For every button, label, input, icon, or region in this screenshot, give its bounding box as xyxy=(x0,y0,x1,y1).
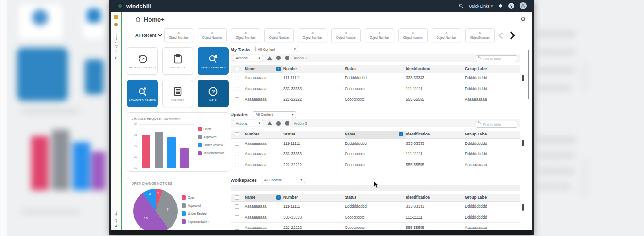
carousel-prev-icon[interactable] xyxy=(498,32,503,39)
column-header-group-label[interactable]: Group Label xyxy=(465,194,520,201)
page-scrollbar-thumb[interactable] xyxy=(528,50,529,99)
object-card[interactable]: ⚙Object Number xyxy=(231,28,260,42)
table-cell: Cccccccccc xyxy=(345,152,406,156)
svg-text:?: ? xyxy=(212,89,215,94)
column-header-identification[interactable]: Identification xyxy=(406,131,465,138)
triangle-action-icon[interactable] xyxy=(267,121,272,125)
tile-saved-searches[interactable]: SAVED SEARCHES xyxy=(198,47,229,75)
object-card[interactable]: ⚙Object Number xyxy=(331,28,361,42)
workspaces-scrollbar-thumb[interactable] xyxy=(522,204,524,211)
action-g-label: Action G xyxy=(294,56,307,60)
table-row[interactable]: Aaaaaaaaaa222-22222Cccccccccc555-55555Aa… xyxy=(231,160,520,171)
content-filter-dropdown[interactable]: All Content▾ xyxy=(262,177,305,183)
table-row[interactable]: Aaaaaaaaaa333-33333Cccccccccc111-11111Dd… xyxy=(231,84,520,95)
hexagon-action-icon[interactable] xyxy=(285,56,289,60)
table-search-input[interactable] xyxy=(476,55,517,62)
search-browse-tab[interactable]: Search | Browse xyxy=(115,31,118,59)
row-checkbox[interactable] xyxy=(235,97,239,101)
table-cell: Aaaaaaaaaa xyxy=(245,142,283,146)
column-header-number[interactable]: Number xyxy=(283,65,345,73)
object-card[interactable]: ⚙Object Number xyxy=(398,28,428,42)
column-header-name[interactable]: Name↑ xyxy=(245,65,283,73)
background-blur-left xyxy=(0,0,109,236)
chevron-down-icon: ▾ xyxy=(254,121,260,125)
column-header-name[interactable]: Name↑ xyxy=(245,194,283,201)
quick-links-menu[interactable]: Quick Links ▾ xyxy=(469,4,493,8)
carousel-next-icon[interactable] xyxy=(510,31,515,40)
table-row[interactable]: Aaaaaaaaaa111-11111Dddddddddd333-33333Dd… xyxy=(231,202,520,212)
row-checkbox[interactable] xyxy=(235,163,239,167)
home-icon[interactable] xyxy=(135,17,141,22)
row-checkbox[interactable] xyxy=(235,152,239,156)
table-row[interactable]: Aaaaaaaaaa222-22222Cccccccccc555-55555Aa… xyxy=(231,223,520,230)
table-row[interactable]: Aaaaaaaaaa111-11111Dddddddddd333-33333Dd… xyxy=(231,139,520,150)
user-avatar[interactable] xyxy=(520,2,527,9)
notifications-bell-icon[interactable] xyxy=(498,3,503,9)
help-icon[interactable]: ? xyxy=(508,3,514,9)
content-filter-dropdown[interactable]: All Content▾ xyxy=(255,46,298,52)
column-header-label: Status xyxy=(345,195,356,200)
updates-scrollbar-thumb[interactable] xyxy=(522,140,524,146)
table-row[interactable]: Aaaaaaaaaa111-11111Dddddddddd333-33333Dd… xyxy=(231,73,520,84)
column-header-status[interactable]: Status xyxy=(345,194,406,201)
table-toolbar: Actions▾Action G xyxy=(231,54,520,62)
column-header-name[interactable]: Name↑ xyxy=(345,131,406,138)
object-card[interactable]: ⚙Object Number xyxy=(264,28,294,42)
circle-action-icon[interactable] xyxy=(276,121,281,126)
rail-folder-icon[interactable] xyxy=(114,15,118,19)
object-card[interactable]: ⚙Object Number xyxy=(198,28,227,42)
tile-recent-contexts[interactable]: RECENT CONTEXTS xyxy=(127,47,158,75)
column-header-identification[interactable]: Identification xyxy=(406,194,465,201)
object-card[interactable]: ⚙Object Number xyxy=(164,28,193,42)
tile-help[interactable]: ?HELP xyxy=(198,80,229,107)
select-all-checkbox[interactable] xyxy=(235,67,239,71)
brand[interactable]: windchill xyxy=(116,2,151,9)
row-checkbox[interactable] xyxy=(235,204,239,209)
table-cell: 333-33333 xyxy=(406,204,465,209)
actions-dropdown[interactable]: Actions▾ xyxy=(233,120,263,126)
column-header-status[interactable]: Status xyxy=(283,131,345,138)
gridline xyxy=(139,124,194,125)
column-header-group-label[interactable]: Group Label xyxy=(465,131,520,138)
tile-changes[interactable]: CHANGES xyxy=(162,80,193,107)
section-title-row: WorkspacesAll Content▾ xyxy=(231,176,520,184)
row-checkbox[interactable] xyxy=(235,226,239,230)
object-card[interactable]: ⚙Object Number xyxy=(298,28,327,42)
page-scrollbar[interactable] xyxy=(528,47,528,230)
bar-chart-legend: OpenApprovedUnder ReviewImplementation xyxy=(198,127,224,168)
select-all-checkbox[interactable] xyxy=(235,132,239,136)
sort-badge[interactable]: ↑ xyxy=(399,132,403,136)
column-header-status[interactable]: Status xyxy=(345,65,406,73)
table-row[interactable]: Aaaaaaaaaa333-33333Cccccccccc111-11111Dd… xyxy=(231,149,520,160)
tile-projects[interactable]: PROJECTS xyxy=(162,47,193,75)
rail-pin-icon[interactable] xyxy=(114,23,118,26)
object-card[interactable]: ⚙Object Number xyxy=(465,28,495,42)
table-row[interactable]: Aaaaaaaaaa222-22222Cccccccccc555-55555Aa… xyxy=(231,94,520,105)
my-tasks-scrollbar-thumb[interactable] xyxy=(522,75,524,81)
all-recent-dropdown[interactable]: All Recent xyxy=(135,33,164,38)
content-filter-value: All Content xyxy=(256,112,273,117)
search-icon[interactable] xyxy=(459,3,464,8)
column-header-identification[interactable]: Identification xyxy=(406,65,465,73)
sort-badge[interactable]: ↑ xyxy=(276,195,281,200)
sort-badge[interactable]: ↑ xyxy=(276,67,281,71)
row-checkbox[interactable] xyxy=(235,215,239,219)
select-all-checkbox[interactable] xyxy=(235,195,239,200)
page-settings-gear-icon[interactable]: ⚙ xyxy=(520,16,526,23)
hexagon-action-icon[interactable] xyxy=(285,121,289,126)
tile-advanced-search[interactable]: ADVANCED SEARCH xyxy=(127,80,158,107)
column-header-group-label[interactable]: Group Label xyxy=(465,65,520,73)
circle-action-icon[interactable] xyxy=(276,56,281,60)
content-filter-dropdown[interactable]: All Content▾ xyxy=(253,111,296,118)
row-checkbox[interactable] xyxy=(235,76,239,80)
triangle-action-icon[interactable] xyxy=(267,56,272,60)
column-header-number[interactable]: Number xyxy=(245,131,283,138)
table-search-input[interactable] xyxy=(476,121,517,128)
object-card[interactable]: ⚙Object Number xyxy=(432,28,461,42)
column-header-number[interactable]: Number xyxy=(283,194,345,201)
object-card[interactable]: ⚙Object Number xyxy=(365,28,394,42)
row-checkbox[interactable] xyxy=(235,87,239,91)
table-row[interactable]: Aaaaaaaaaa333-33333Cccccccccc111-11111Dd… xyxy=(231,212,520,223)
row-checkbox[interactable] xyxy=(235,142,239,146)
actions-dropdown[interactable]: Actions▾ xyxy=(233,55,263,61)
